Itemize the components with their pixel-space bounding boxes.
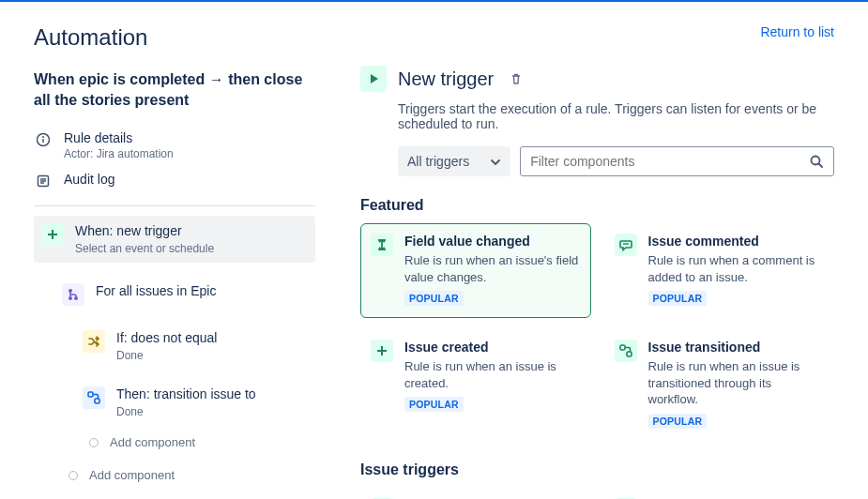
trigger-card-title: Issue commented xyxy=(648,234,825,249)
return-to-list-link[interactable]: Return to list xyxy=(760,24,834,51)
issue-commented-icon xyxy=(615,234,637,256)
popular-badge: POPULAR xyxy=(404,291,464,306)
chain-branch[interactable]: For all issues in Epic xyxy=(54,276,315,313)
issue-triggers-heading: Issue triggers xyxy=(360,461,834,478)
add-dot-icon xyxy=(89,438,99,447)
chain-if-sub: Done xyxy=(116,349,217,362)
trigger-card[interactable]: Issue commentedRule is run when a commen… xyxy=(604,223,835,318)
add-component-outer-label: Add component xyxy=(89,468,175,482)
trigger-card-desc: Rule is run when a comment is added to a… xyxy=(648,252,825,285)
rule-details-label: Rule details xyxy=(64,130,174,145)
featured-heading: Featured xyxy=(360,197,834,214)
trigger-card[interactable]: Field value changedRule is run when an i… xyxy=(360,488,591,499)
add-component-inner-label: Add component xyxy=(110,435,195,449)
audit-log-row[interactable]: Audit log xyxy=(34,166,315,196)
panel-description: Triggers start the execution of a rule. … xyxy=(398,101,834,131)
plus-icon xyxy=(41,223,64,246)
rule-name: When epic is completed → then close all … xyxy=(34,69,315,110)
chain-then[interactable]: Then: transition issue to Done xyxy=(75,379,315,426)
popular-badge: POPULAR xyxy=(648,414,708,429)
chain-when-sub: Select an event or schedule xyxy=(75,242,214,255)
panel-title: New trigger xyxy=(398,68,494,90)
trigger-card-title: Issue transitioned xyxy=(648,340,825,355)
add-component-inner[interactable]: Add component xyxy=(75,426,315,459)
trigger-card-desc: Rule is run when an issue is created. xyxy=(404,358,581,391)
trigger-card-title: Field value changed xyxy=(404,234,581,249)
trigger-category-dropdown[interactable]: All triggers xyxy=(398,146,510,176)
popular-badge: POPULAR xyxy=(648,291,708,306)
rule-details-sub: Actor: Jira automation xyxy=(64,147,174,160)
trigger-card[interactable]: Field value changedRule is run when an i… xyxy=(360,223,591,318)
filter-components-input[interactable] xyxy=(530,147,801,175)
chain-if[interactable]: If: does not equal Done xyxy=(75,323,315,370)
audit-log-label: Audit log xyxy=(64,172,114,187)
trigger-category-label: All triggers xyxy=(407,154,469,169)
audit-log-icon xyxy=(34,172,53,190)
info-icon xyxy=(34,130,53,149)
add-dot-icon xyxy=(69,471,78,480)
page-title: Automation xyxy=(34,24,147,51)
branch-icon xyxy=(62,283,84,306)
delete-trigger-button[interactable] xyxy=(509,71,524,86)
trigger-card[interactable]: Issue transitionedRule is run when an is… xyxy=(604,329,835,441)
chain-if-title: If: does not equal xyxy=(116,330,217,345)
chain-when-title: When: new trigger xyxy=(75,223,214,238)
rule-details-row[interactable]: Rule details Actor: Jira automation xyxy=(34,125,315,166)
chevron-down-icon xyxy=(488,155,501,168)
condition-icon xyxy=(83,330,105,353)
chain-then-title: Then: transition issue to xyxy=(116,386,256,401)
chain-branch-title: For all issues in Epic xyxy=(96,283,216,298)
action-icon xyxy=(83,386,105,409)
field-value-changed-icon xyxy=(371,234,393,256)
popular-badge: POPULAR xyxy=(404,397,464,412)
chain-then-sub: Done xyxy=(116,405,256,418)
trigger-card[interactable]: Issue createdRule is run when an issue i… xyxy=(360,329,591,441)
add-component-outer[interactable]: Add component xyxy=(54,459,315,491)
issue-transitioned-icon xyxy=(615,340,637,362)
issue-created-icon xyxy=(371,340,393,362)
trigger-card-desc: Rule is run when an issue is transitione… xyxy=(648,358,825,408)
filter-components-search[interactable] xyxy=(520,146,834,176)
search-icon xyxy=(809,154,824,169)
play-icon xyxy=(360,66,387,92)
trigger-card-desc: Rule is run when an issue's field value … xyxy=(404,252,581,285)
chain-when[interactable]: When: new trigger Select an event or sch… xyxy=(34,216,315,263)
trigger-card-title: Issue created xyxy=(404,340,581,355)
trigger-card[interactable]: Issue assignedRule is run when an issue … xyxy=(604,488,835,499)
divider xyxy=(34,205,315,206)
